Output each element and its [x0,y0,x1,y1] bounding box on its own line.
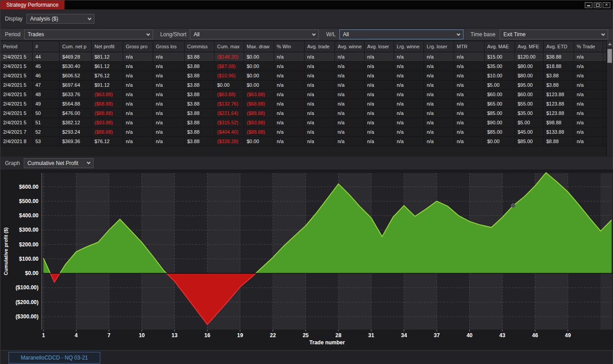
column-header[interactable]: Period [0,41,33,52]
table-row[interactable]: 2/4/2021 551$382.12($93.88)n/an/a$3.88($… [0,118,613,127]
cumulative-net-profit-chart: $600.00$500.00$400.00$300.00$200.00$100.… [0,169,613,350]
table-cell: n/a [424,127,454,136]
table-cell: $10.00 [484,71,515,80]
column-header[interactable]: Avg. trade [304,41,335,52]
minimize-button[interactable] [585,2,592,8]
x-axis-tick-label: 16 [204,332,210,339]
chevron-down-icon [146,32,150,35]
column-header[interactable]: # [33,41,60,52]
column-header[interactable]: Lrg. loser [424,41,454,52]
table-cell: n/a [304,99,335,108]
table-header-row: Period#Cum. net pNet profitGross proGros… [0,41,613,52]
table-cell: n/a [394,109,424,118]
table-cell: $55.00 [515,99,544,108]
table-cell: n/a [153,90,184,99]
table-cell: ($63.88) [92,90,123,99]
y-axis-title: Cumulative profit ($) [3,227,9,275]
table-cell: n/a [274,127,304,136]
column-header[interactable]: Cum. max [214,41,244,52]
table-cell: $80.00 [515,71,544,80]
table-cell: $530.40 [60,62,92,71]
x-axis-tick-label: 46 [532,332,538,339]
table-row[interactable]: 2/4/2021 549$564.88($68.88)n/an/a$3.88($… [0,99,613,109]
y-axis-tick-label: ($100.00) [16,284,39,291]
display-select[interactable]: Analysis ($) [26,14,94,24]
table-cell: $0.00 [484,137,515,146]
table-row[interactable]: 2/4/2021 546$606.52$76.12n/an/a$3.88($10… [0,71,613,80]
table-cell: n/a [335,99,364,108]
timebase-select[interactable]: Exit Time [500,30,608,39]
column-header[interactable]: Avg. MFE [515,41,544,52]
table-row[interactable]: 2/4/2021 547$697.64$91.12n/an/a$3.88$0.0… [0,80,613,90]
scroll-up-button[interactable] [607,41,613,48]
table-cell: n/a [304,71,335,80]
column-header[interactable]: MTR [454,41,484,52]
table-row[interactable]: 2/4/2021 550$476.00($88.88)n/an/a$3.88($… [0,109,613,118]
data-point-marker[interactable] [511,203,515,207]
longshort-select[interactable]: All [190,30,319,39]
filter-toolbar: Period Trades Long/Short All W/L All Tim… [0,28,613,41]
column-header[interactable]: Avg. winne [335,41,364,52]
table-cell: n/a [123,109,153,118]
graph-select[interactable]: Cumulative Net Profit [24,158,94,168]
table-cell: 48 [33,90,60,99]
table-cell: 2/4/2021 5 [0,71,33,80]
table-cell: 45 [33,62,60,71]
table-cell: n/a [424,90,454,99]
table-cell: $3.88 [184,99,214,108]
table-cell: n/a [274,80,304,89]
table-row[interactable]: 2/4/2021 545$530.40$61.12n/an/a$3.88($87… [0,62,613,71]
longshort-label: Long/Short [160,31,187,38]
table-cell: n/a [304,80,335,89]
table-cell: $3.88 [184,137,214,146]
y-axis-tick-label: $500.00 [19,198,39,204]
period-select[interactable]: Trades [24,30,153,39]
column-header[interactable]: Avg. ETD [544,41,574,52]
table-cell: 44 [33,52,60,61]
table-row[interactable]: 2/4/2021 853$369.36$76.12n/an/a$3.88($32… [0,137,613,146]
table-cell: $35.00 [484,62,515,71]
column-header[interactable]: Avg. MAE [484,41,515,52]
table-row[interactable]: 2/4/2021 752$293.24($88.88)n/an/a$3.88($… [0,127,613,137]
table-cell: n/a [454,118,484,127]
column-header[interactable]: Lrg. winne [394,41,424,52]
strategy-tab[interactable]: MaranelloCDCD - NQ 03-21 [9,352,100,364]
table-cell: $369.36 [60,137,92,146]
column-header[interactable]: Commiss [184,41,214,52]
window-title: Strategy Performance [0,0,64,9]
scrollbar-thumb[interactable] [607,49,612,63]
restore-button[interactable] [594,2,601,8]
column-header[interactable]: % Trade [574,41,603,52]
column-header[interactable]: Net profit [92,41,123,52]
table-cell: n/a [454,90,484,99]
wl-select-value: All [343,31,349,38]
table-cell: $85.00 [515,137,544,146]
table-cell: $80.00 [515,62,544,71]
table-cell: n/a [454,62,484,71]
timebase-label: Time base [471,31,496,38]
column-header[interactable]: Gross pro [123,41,153,52]
window-controls: × [585,0,613,9]
column-header[interactable]: Cum. net p [60,41,92,52]
column-header[interactable]: Max. draw [244,41,274,52]
column-header[interactable]: Gross los [153,41,184,52]
table-cell: ($10.96) [214,71,244,80]
table-cell: n/a [394,99,424,108]
table-cell: 53 [33,137,60,146]
table-row[interactable]: 2/4/2021 544$469.28$81.12n/an/a$3.88($14… [0,52,613,62]
column-header[interactable]: % Win [274,41,304,52]
table-cell: n/a [153,62,184,71]
table-cell: n/a [424,71,454,80]
table-cell: $76.12 [92,71,123,80]
table-cell: ($221.64) [214,109,244,118]
chevron-down-icon [87,161,90,164]
y-axis-tick-label: $0.00 [25,270,39,276]
table-row[interactable]: 2/4/2021 548$633.76($63.88)n/an/a$3.88($… [0,90,613,99]
table-scrollbar[interactable] [606,41,612,156]
column-header[interactable]: Avg. loser [364,41,394,52]
table-cell: ($68.88) [244,99,274,108]
y-axis-tick-label: ($300.00) [16,313,39,320]
wl-select[interactable]: All [339,30,463,39]
close-button[interactable]: × [603,2,610,8]
table-cell: 51 [33,118,60,127]
